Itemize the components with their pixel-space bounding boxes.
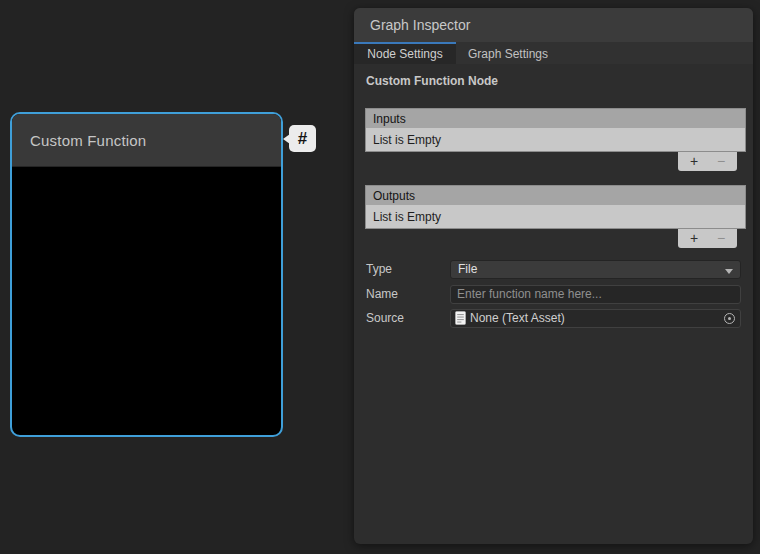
inputs-list-footer: + − [678, 152, 737, 171]
function-name-input[interactable] [450, 285, 741, 304]
inputs-list-header: Inputs [365, 108, 746, 128]
graph-inspector-header[interactable]: Graph Inspector [354, 8, 753, 42]
type-dropdown[interactable]: File [450, 260, 741, 279]
outputs-list: Outputs List is Empty + − [365, 185, 746, 248]
node-title: Custom Function [30, 132, 146, 149]
type-label: Type [366, 262, 450, 276]
tab-graph-settings-label: Graph Settings [468, 47, 548, 61]
outputs-add-button[interactable]: + [683, 229, 705, 248]
outputs-list-header: Outputs [365, 185, 746, 205]
name-row: Name [366, 284, 741, 304]
text-asset-icon [455, 311, 466, 325]
type-dropdown-value: File [458, 262, 477, 276]
panel-title: Graph Inspector [370, 17, 470, 33]
source-object-value: None (Text Asset) [470, 311, 565, 325]
custom-function-node[interactable]: Custom Function [10, 112, 283, 437]
outputs-remove-button[interactable]: − [710, 229, 732, 248]
source-object-field[interactable]: None (Text Asset) [450, 309, 741, 328]
graph-inspector-panel: Graph Inspector Node Settings Graph Sett… [354, 8, 753, 544]
inspector-tabbar: Node Settings Graph Settings [354, 42, 753, 64]
node-hash-badge[interactable]: # [289, 125, 316, 152]
inputs-remove-button[interactable]: − [710, 152, 732, 171]
name-label: Name [366, 287, 450, 301]
source-label: Source [366, 311, 450, 325]
source-row: Source None (Text Asset) [366, 308, 741, 328]
inputs-add-button[interactable]: + [683, 152, 705, 171]
tab-graph-settings[interactable]: Graph Settings [456, 42, 560, 64]
object-picker-icon[interactable] [724, 313, 735, 324]
node-titlebar[interactable]: Custom Function [12, 114, 281, 167]
node-type-heading: Custom Function Node [366, 74, 498, 88]
hash-icon: # [298, 129, 307, 149]
tab-node-settings-label: Node Settings [367, 47, 442, 61]
outputs-list-empty-row: List is Empty [365, 205, 746, 229]
chevron-down-icon [725, 269, 733, 274]
outputs-list-footer: + − [678, 229, 737, 248]
tab-node-settings[interactable]: Node Settings [354, 42, 456, 64]
type-row: Type File [366, 259, 741, 279]
inputs-list-empty-row: List is Empty [365, 128, 746, 152]
inputs-list: Inputs List is Empty + − [365, 108, 746, 171]
